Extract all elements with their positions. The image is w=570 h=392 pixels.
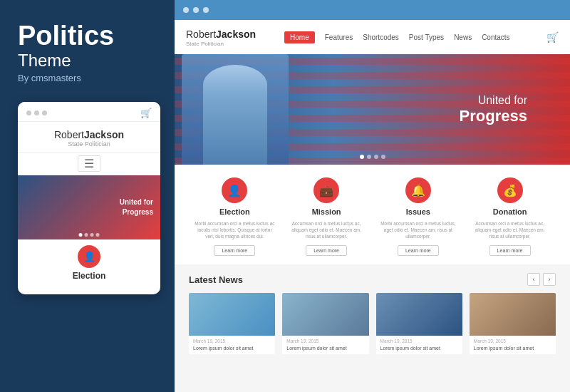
hero-text: United for Progress [460,94,527,125]
nav-link-features[interactable]: Features [325,33,353,41]
hero-dot-1 [79,233,83,237]
news-card-title-1: Lorem ipsum dolor sit amet [189,345,275,354]
news-title: Latest News [189,274,243,285]
news-card-img-4 [470,293,556,336]
hero-nav-dots [360,155,385,159]
news-next-btn[interactable]: › [543,273,556,286]
mobile-dots [26,110,47,115]
hero-united: United for [460,94,527,107]
news-card-title-2: Lorem ipsum dolor sit amet [282,345,368,354]
donation-title: Donation [493,207,527,216]
news-card-4: March 19, 2015 Lorem ipsum dolor sit ame… [470,293,556,354]
mission-desc: Accumsan orci a metus luctus ac, aliquam… [286,220,366,239]
news-card-1: March 19, 2015 Lorem ipsum dolor sit ame… [189,293,275,354]
news-card-img-1 [189,293,275,336]
election-desc: Morbi accumsan orci a metus luctus ac ia… [195,220,275,239]
donation-desc: Accumsan orci a metus luctus ac, aliquam… [470,220,550,239]
desktop-nav: RobertJackson State Politician Home Feat… [175,20,570,54]
feature-donation: 💰 Donation Accumsan orci a metus luctus … [470,177,550,256]
mission-icon: 💼 [314,177,339,203]
election-icon: 👤 [222,177,247,203]
mobile-dot-2 [34,110,39,115]
hero-dot-active [360,155,364,159]
theme-author: By cmsmasters [18,73,157,83]
theme-subtitle: Theme [18,51,157,70]
desktop-logo-sub: State Politician [186,41,270,47]
mobile-dot-3 [42,110,47,115]
issues-title: Issues [406,207,430,216]
news-prev-btn[interactable]: ‹ [527,273,540,286]
hero-dot-2 [85,233,88,237]
news-header: Latest News ‹ › [189,273,556,286]
hero-dot-4 [381,155,385,159]
nav-cart-icon[interactable]: 🛒 [546,31,559,43]
nav-link-contacts[interactable]: Contacts [482,33,509,41]
issues-desc: Morbi accumsan orci a metus luctus, aget… [378,220,458,239]
hero-dot-2 [367,155,371,159]
news-card-date-4: March 19, 2015 [470,336,556,345]
issues-icon: 🔔 [405,177,431,203]
election-btn[interactable]: Learn more [214,245,255,256]
mobile-name: RobertJackson [26,129,152,140]
news-card-title-4: Lorem ipsum dolor sit amet [470,345,556,354]
mobile-cart-icon: 🛒 [140,108,152,118]
news-card-2: March 19, 2015 Lorem ipsum dolor sit ame… [282,293,368,354]
hero-dot-3 [90,233,94,237]
mobile-name-first: Robert [54,129,84,140]
feature-mission: 💼 Mission Accumsan orci a metus luctus a… [286,177,366,256]
nav-link-shortcodes[interactable]: Shortcodes [363,33,399,41]
news-cards: March 19, 2015 Lorem ipsum dolor sit ame… [189,293,556,354]
mobile-hero-line1: United for [120,198,153,206]
hamburger-icon: ☰ [78,155,100,172]
news-section: Latest News ‹ › March 19, 2015 Lorem ips… [175,264,570,392]
mobile-hero: United for Progress [18,175,160,239]
desktop-logo-container: RobertJackson State Politician [186,28,270,47]
mobile-hero-dots [79,233,100,237]
browser-dot-2 [193,7,199,13]
right-panel: RobertJackson State Politician Home Feat… [175,0,570,392]
mission-title: Mission [312,207,341,216]
browser-dot-1 [183,7,189,13]
mobile-election-label: Election [73,271,106,281]
news-card-date-3: March 19, 2015 [376,336,462,345]
feature-issues: 🔔 Issues Morbi accumsan orci a metus luc… [378,177,458,256]
desktop-hero: United for Progress [175,54,570,165]
desktop-nav-links: Home Features Shortcodes Post Types News… [284,31,510,43]
nav-link-news[interactable]: News [454,33,472,41]
news-card-3: March 19, 2015 Lorem ipsum dolor sit ame… [376,293,462,354]
news-card-date-2: March 19, 2015 [282,336,368,345]
mobile-hero-text: United for Progress [120,197,160,217]
mobile-tagline: State Politician [26,140,152,148]
mobile-election-section: 👤 Election [18,239,160,294]
browser-bar [175,0,570,20]
election-title: Election [219,207,250,216]
left-panel: Politics Theme By cmsmasters 🛒 RobertJac… [0,0,175,392]
donation-icon: 💰 [497,177,523,203]
desktop-logo: RobertJackson [186,29,256,40]
issues-btn[interactable]: Learn more [398,245,439,256]
mobile-hamburger[interactable]: ☰ [18,153,160,175]
logo-last: Jackson [216,29,256,40]
news-card-title-3: Lorem ipsum dolor sit amet [376,345,462,354]
news-card-date-1: March 19, 2015 [189,336,275,345]
mobile-top-bar: 🛒 [18,102,160,122]
mission-btn[interactable]: Learn more [306,245,347,256]
donation-btn[interactable]: Learn more [489,245,531,256]
mobile-dot-1 [26,110,31,115]
news-card-img-3 [376,293,462,336]
person-icon: 👤 [83,251,95,262]
mobile-preview: 🛒 RobertJackson State Politician ☰ Unite… [18,102,160,294]
hero-person [182,54,289,165]
logo-first: Robert [186,29,216,40]
nav-link-home[interactable]: Home [284,31,315,43]
hero-dot-3 [374,155,378,159]
mobile-name-last: Jackson [84,129,124,140]
theme-title: Politics [18,21,157,51]
news-nav: ‹ › [527,273,556,286]
mobile-election-icon: 👤 [78,245,100,268]
feature-election: 👤 Election Morbi accumsan orci a metus l… [195,177,275,256]
nav-link-post-types[interactable]: Post Types [409,33,444,41]
hero-progress: Progress [460,107,527,125]
mobile-hero-line2: Progress [123,208,153,216]
desktop-preview: RobertJackson State Politician Home Feat… [175,20,570,392]
